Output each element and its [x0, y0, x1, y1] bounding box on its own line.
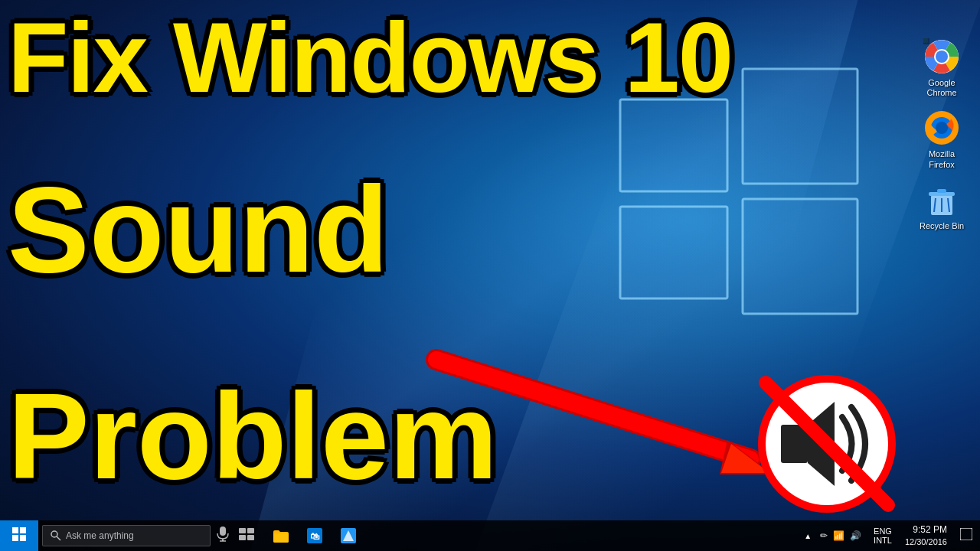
search-placeholder-text: Ask me anything	[66, 530, 134, 541]
pen-tray-icon[interactable]: ✏	[818, 529, 829, 543]
windows-start-icon	[12, 527, 26, 545]
volume-tray-icon[interactable]: 🔊	[848, 529, 863, 543]
svg-rect-44	[247, 535, 254, 540]
svg-rect-42	[247, 528, 254, 533]
svg-point-15	[936, 122, 948, 134]
svg-rect-4	[620, 99, 727, 191]
svg-rect-12	[923, 38, 929, 44]
recycle-bin-icon[interactable]: Recycle Bin	[920, 181, 964, 231]
svg-rect-34	[12, 535, 18, 541]
taskbar: Ask me anything	[0, 520, 980, 551]
network-tray-icon[interactable]: 📶	[831, 529, 846, 543]
svg-point-36	[51, 531, 57, 537]
search-icon	[51, 530, 61, 541]
red-arrow	[421, 337, 804, 490]
firefox-label: MozillaFirefox	[929, 149, 955, 169]
svg-rect-41	[239, 528, 246, 533]
notification-icon	[960, 528, 972, 540]
system-tray: ▲ ✏ 📶 🔊 ENG INTL 9:52 PM 12/30/2016	[804, 520, 980, 551]
store-taskbar[interactable]: 🛍	[298, 520, 332, 551]
notification-center-button[interactable]	[956, 528, 976, 543]
no-sound-icon	[758, 375, 896, 513]
svg-rect-43	[239, 535, 246, 540]
chrome-label: GoogleChrome	[926, 78, 956, 98]
system-clock[interactable]: 9:52 PM 12/30/2016	[899, 524, 953, 547]
taskbar-search[interactable]: Ask me anything	[42, 525, 211, 546]
windows-logo	[590, 38, 880, 329]
clock-date: 12/30/2016	[905, 536, 947, 547]
svg-rect-28	[781, 425, 808, 463]
folder-icon	[273, 528, 289, 543]
app-taskbar[interactable]	[332, 520, 365, 551]
svg-rect-6	[620, 207, 727, 298]
store-icon: 🛍	[306, 527, 323, 544]
tray-expand-button[interactable]: ▲	[804, 532, 812, 540]
microphone-icon	[217, 527, 229, 542]
recycle-bin-img	[923, 181, 960, 218]
desktop-icons-area: GoogleChrome MozillaFirefox	[911, 38, 972, 231]
tray-icons: ✏ 📶 🔊	[815, 529, 867, 543]
lang-text-intl: INTL	[874, 536, 892, 545]
mozilla-firefox-icon[interactable]: MozillaFirefox	[923, 109, 960, 169]
svg-rect-35	[20, 535, 26, 541]
clock-time: 9:52 PM	[913, 524, 947, 536]
taskbar-mic-button[interactable]	[217, 527, 229, 545]
google-chrome-icon[interactable]: GoogleChrome	[923, 38, 960, 98]
svg-rect-49	[960, 528, 972, 540]
svg-text:🛍: 🛍	[310, 531, 320, 542]
app-icon	[340, 527, 357, 544]
svg-rect-32	[12, 527, 18, 533]
task-view-icon	[239, 528, 254, 540]
language-indicator[interactable]: ENG INTL	[870, 527, 896, 545]
svg-rect-5	[743, 69, 858, 184]
cortana-search: Ask me anything	[51, 530, 134, 541]
firefox-icon-img	[923, 109, 960, 146]
task-view-button[interactable]	[233, 528, 260, 543]
svg-line-37	[57, 536, 60, 540]
svg-line-24	[436, 360, 750, 459]
lang-text-eng: ENG	[874, 527, 892, 536]
svg-point-10	[936, 51, 948, 63]
chrome-icon-img	[923, 38, 960, 75]
taskbar-pinned-apps: 🛍	[264, 520, 365, 551]
svg-rect-33	[20, 527, 26, 533]
recycle-bin-label: Recycle Bin	[920, 221, 964, 231]
svg-rect-38	[220, 527, 226, 536]
start-button[interactable]	[0, 520, 38, 551]
svg-rect-7	[743, 199, 858, 314]
file-explorer-taskbar[interactable]	[264, 520, 298, 551]
svg-rect-18	[937, 189, 946, 193]
